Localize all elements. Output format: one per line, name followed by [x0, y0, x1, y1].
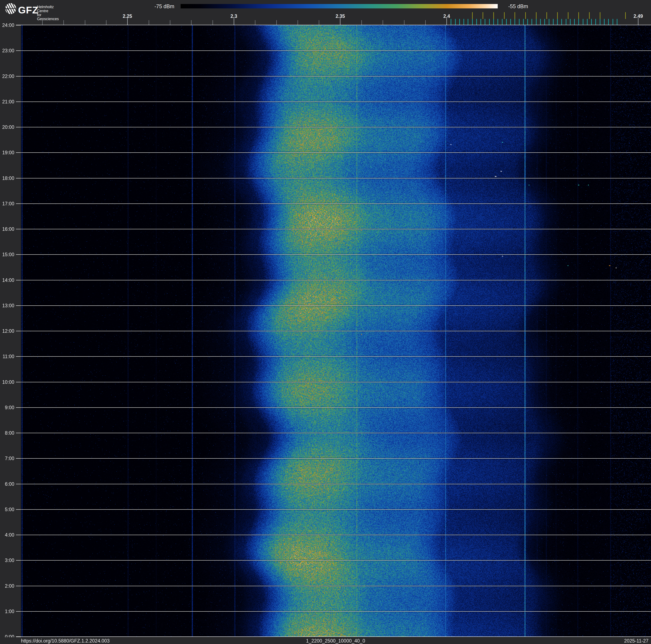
bluetooth-channel-tick	[463, 19, 464, 25]
hour-label: 16:00	[0, 226, 14, 232]
hour-label: 23:00	[0, 48, 14, 54]
wifi-channel-tick	[568, 12, 568, 19]
wifi-channel-tick	[493, 12, 494, 19]
wifi-channel-tick	[472, 12, 473, 19]
bluetooth-channel-tick	[510, 19, 511, 25]
freq-minor-tick	[383, 20, 383, 25]
freq-tick-label: 2.49	[633, 13, 643, 19]
freq-minor-tick	[170, 20, 170, 25]
bluetooth-channel-tick	[455, 19, 456, 25]
wifi-channel-tick	[504, 12, 505, 19]
hour-label: 9:00	[0, 405, 14, 410]
hour-label: 17:00	[0, 201, 14, 206]
bluetooth-channel-tick	[476, 19, 477, 25]
bluetooth-channel-tick	[595, 19, 596, 25]
bluetooth-channel-tick	[608, 19, 609, 25]
bluetooth-channel-tick	[574, 19, 575, 25]
bluetooth-channel-tick	[523, 19, 524, 25]
bluetooth-channel-tick	[506, 19, 507, 25]
frequency-axis: 2.252.32.352.42.49	[0, 0, 651, 25]
hour-label: 1:00	[0, 609, 14, 614]
hour-tick	[16, 433, 21, 433]
freq-tick-label: 2.3	[230, 13, 237, 19]
doi-label: https://doi.org/10.5880/GFZ.1.2.2024.003	[21, 638, 110, 644]
hour-tick	[16, 586, 21, 586]
hour-tick	[16, 509, 21, 510]
wifi-channel-tick	[557, 12, 558, 19]
wifi-channel-tick	[600, 12, 600, 19]
wifi-channel-tick	[547, 12, 547, 19]
freq-minor-tick	[255, 20, 255, 25]
bluetooth-channel-tick	[613, 19, 613, 25]
bluetooth-channel-tick	[587, 19, 588, 25]
date-label: 2025-11-27	[624, 638, 649, 644]
freq-minor-tick	[85, 20, 85, 25]
freq-tick-label: 2.25	[123, 13, 132, 19]
bluetooth-channel-tick	[578, 19, 579, 25]
bluetooth-channel-tick	[451, 19, 451, 25]
bluetooth-channel-tick	[549, 19, 549, 25]
hour-tick	[16, 76, 21, 77]
wifi-channel-tick	[515, 12, 515, 19]
wifi-channel-tick	[483, 12, 483, 19]
bluetooth-channel-tick	[519, 19, 520, 25]
bluetooth-channel-tick	[536, 19, 536, 25]
wifi-channel-tick	[536, 12, 536, 19]
wifi-channel-tick	[578, 12, 579, 19]
freq-minor-tick	[362, 20, 362, 25]
bluetooth-channel-tick	[480, 19, 481, 25]
bluetooth-channel-tick	[493, 19, 494, 25]
hour-label: 7:00	[0, 456, 14, 461]
hour-tick	[16, 127, 21, 127]
bluetooth-channel-tick	[497, 19, 498, 25]
hour-label: 12:00	[0, 328, 14, 334]
bluetooth-channel-tick	[591, 19, 592, 25]
freq-tick-label: 2.4	[443, 13, 450, 19]
hour-tick	[16, 101, 21, 102]
hour-tick	[16, 305, 21, 306]
wifi-channel-tick	[625, 12, 626, 19]
bluetooth-channel-tick	[472, 19, 473, 25]
bluetooth-channel-tick	[561, 19, 562, 25]
hour-label: 11:00	[0, 354, 14, 359]
hour-tick	[16, 280, 21, 281]
freq-minor-tick	[42, 20, 43, 25]
hour-tick	[16, 229, 21, 229]
hour-label: 21:00	[0, 99, 14, 105]
bluetooth-channel-tick	[604, 19, 604, 25]
hour-tick	[16, 484, 21, 484]
bluetooth-channel-tick	[485, 19, 485, 25]
freq-major-tick	[234, 18, 234, 25]
hour-label: 13:00	[0, 303, 14, 308]
freq-minor-tick	[276, 20, 277, 25]
hour-tick	[16, 331, 21, 331]
bluetooth-channel-tick	[531, 19, 532, 25]
bluetooth-channel-tick	[557, 19, 558, 25]
hour-label: 4:00	[0, 532, 14, 538]
freq-minor-tick	[213, 20, 213, 25]
freq-minor-tick	[425, 20, 426, 25]
hour-tick	[16, 178, 21, 178]
spectrogram-page: GFZ Helmholtz Centre for Geosciences -75…	[0, 0, 651, 644]
bluetooth-channel-tick	[617, 19, 617, 25]
hour-tick	[16, 356, 21, 357]
hour-tick	[16, 611, 21, 612]
freq-minor-tick	[149, 20, 149, 25]
hour-tick	[16, 382, 21, 382]
freq-major-tick	[340, 18, 340, 25]
hour-label: 6:00	[0, 481, 14, 487]
hour-tick	[16, 560, 21, 561]
bluetooth-channel-tick	[600, 19, 600, 25]
footer-bar: https://doi.org/10.5880/GFZ.1.2.2024.003…	[0, 637, 651, 644]
bluetooth-channel-tick	[540, 19, 541, 25]
hour-tick	[16, 407, 21, 408]
hour-label: 20:00	[0, 124, 14, 130]
freq-minor-tick	[404, 20, 404, 25]
hour-label: 8:00	[0, 430, 14, 436]
spectrogram-canvas	[21, 25, 651, 637]
freq-minor-tick	[63, 20, 64, 25]
freq-minor-tick	[298, 20, 298, 25]
wifi-channel-tick	[525, 12, 526, 19]
bluetooth-channel-tick	[515, 19, 515, 25]
hour-label: 3:00	[0, 558, 14, 563]
